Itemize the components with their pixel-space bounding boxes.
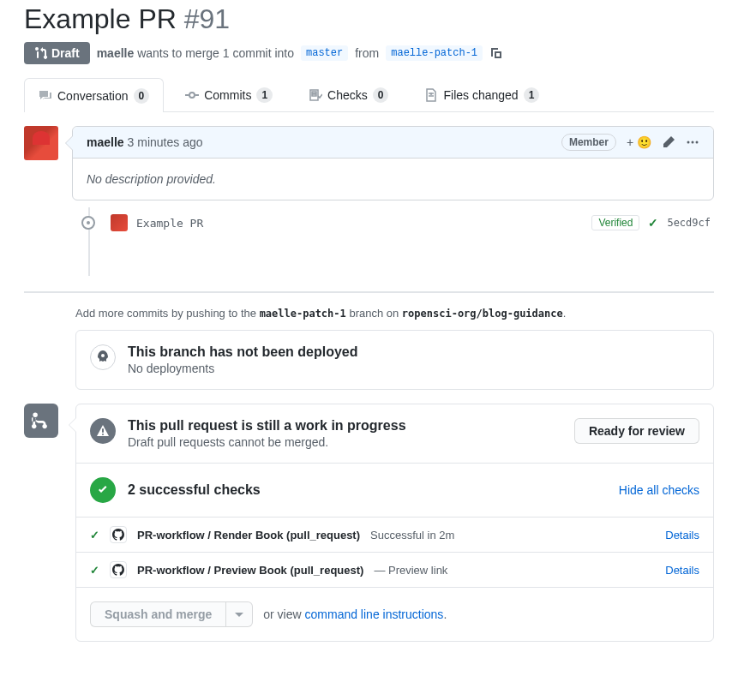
check-details-link[interactable]: Details [665,564,699,577]
check-name[interactable]: PR-workflow / Preview Book (pull_request… [137,564,363,577]
member-badge: Member [561,134,616,151]
commit-author-avatar[interactable] [111,214,128,231]
check-item: ✓ PR-workflow / Render Book (pull_reques… [76,517,713,552]
pr-tabs: Conversation 0 Commits 1 Checks 0 Files … [24,78,714,112]
github-actions-icon [110,526,127,543]
check-pass-icon: ✓ [90,564,99,577]
state-label: Draft [51,46,80,60]
github-actions-icon [110,561,127,578]
verified-badge[interactable]: Verified [591,215,639,230]
merge-status-icon [24,404,58,438]
author-avatar[interactable] [24,126,58,160]
base-branch[interactable]: master [301,45,348,61]
git-pull-request-icon [34,46,48,60]
svg-point-3 [696,141,699,144]
pr-author[interactable]: maelle [97,46,135,60]
checklist-icon [309,88,322,102]
commit-sha[interactable]: 5ecd9cf [667,217,711,229]
conversation-count: 0 [134,88,150,104]
pr-title: Example PR #91 [24,0,714,35]
add-reaction-button[interactable]: + 🙂 [627,135,651,149]
svg-point-2 [692,141,694,144]
squash-merge-button[interactable]: Squash and merge [90,601,226,627]
head-branch[interactable]: maelle-patch-1 [386,45,483,61]
hide-checks-link[interactable]: Hide all checks [619,483,699,497]
copy-branch-icon[interactable] [489,46,503,60]
merge-panel: This pull request is still a work in pro… [75,404,714,642]
wip-sub: Draft pull requests cannot be merged. [128,435,406,449]
push-hint: Add more commits by pushing to the maell… [75,307,714,320]
merge-description: maelle wants to merge 1 commit into [97,46,294,60]
divider [24,291,714,293]
svg-point-1 [687,141,690,144]
svg-point-0 [189,93,195,98]
edit-comment-button[interactable] [662,135,675,149]
commits-count: 1 [256,87,273,103]
comment-discussion-icon [39,89,52,103]
rocket-icon [90,344,116,370]
checks-count: 0 [373,87,389,103]
check-details-link[interactable]: Details [665,529,699,541]
check-item: ✓ PR-workflow / Preview Book (pull_reque… [76,552,713,587]
comment-body: No description provided. [73,159,713,200]
pr-number: #91 [184,3,230,34]
merge-footer: Squash and merge or view command line in… [76,587,713,641]
check-status: Successful in 2m [370,529,454,541]
commit-dot-icon [81,216,95,230]
check-status: — Preview link [374,564,447,577]
pr-description-box: maelle 3 minutes ago Member + 🙂 No descr… [72,126,714,200]
tab-commits[interactable]: Commits 1 [171,78,287,111]
deploy-sub: No deployments [128,362,357,375]
tab-files[interactable]: Files changed 1 [410,78,554,111]
merge-method-dropdown[interactable] [226,601,253,627]
comment-menu-button[interactable] [686,135,699,149]
files-count: 1 [524,87,540,103]
cli-instructions-link[interactable]: command line instructions [305,607,444,621]
check-name[interactable]: PR-workflow / Render Book (pull_request) [137,529,360,541]
state-badge: Draft [24,42,90,64]
checks-title: 2 successful checks [128,482,261,498]
tab-conversation[interactable]: Conversation 0 [24,78,164,112]
comment-time[interactable]: 3 minutes ago [128,135,203,149]
pr-meta: Draft maelle wants to merge 1 commit int… [24,42,714,64]
success-icon [90,477,116,503]
deploy-title: This branch has not been deployed [128,344,357,360]
status-check-icon[interactable]: ✓ [648,216,658,230]
git-commit-icon [185,88,199,102]
wip-title: This pull request is still a work in pro… [128,418,406,434]
ready-for-review-button[interactable]: Ready for review [574,418,699,444]
warning-icon [90,418,116,444]
comment-author[interactable]: maelle [87,135,124,149]
commit-row: Example PR Verified ✓ 5ecd9cf [40,207,714,238]
commit-message[interactable]: Example PR [136,217,203,230]
file-diff-icon [424,88,438,102]
deploy-panel: This branch has not been deployed No dep… [75,330,714,390]
pr-title-text: Example PR [24,3,177,34]
triangle-down-icon [235,610,243,619]
tab-checks[interactable]: Checks 0 [294,78,403,111]
check-pass-icon: ✓ [90,529,99,541]
